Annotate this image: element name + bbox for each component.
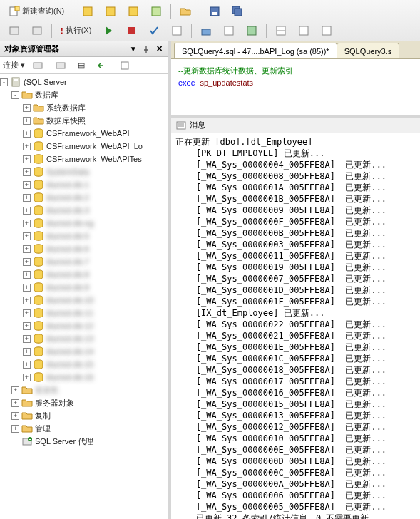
tree-node[interactable]: +CSFramework_WebAPITes — [0, 153, 168, 165]
tree-node[interactable]: +复制 — [0, 409, 168, 422]
tree-node[interactable]: +管理 — [0, 422, 168, 435]
tree-node[interactable]: +blurred-db-9 — [0, 281, 168, 294]
messages-output[interactable]: 正在更新 [dbo].[dt_Employee] [PK_DT_EMPLOYEE… — [171, 133, 420, 519]
tree-node[interactable]: +CSFramework_WebAPI_Lo — [0, 140, 168, 153]
messages-tab[interactable]: 消息 — [171, 118, 420, 133]
tree-node[interactable]: +SystemData — [0, 165, 168, 178]
tree-toggle[interactable]: - — [11, 91, 19, 99]
tree-node[interactable]: +blurred-db-6 — [0, 242, 168, 255]
tree-toggle[interactable]: + — [23, 168, 31, 176]
tree-toggle[interactable]: + — [23, 271, 31, 279]
tree-node[interactable]: +blurred-db-11 — [0, 307, 168, 319]
tree-toggle[interactable]: + — [23, 117, 31, 125]
tree-toggle[interactable]: + — [23, 335, 31, 343]
tb-icon-4[interactable] — [146, 4, 166, 19]
dropdown-icon[interactable]: ▾ — [128, 44, 138, 54]
connect-button[interactable]: 连接 ▾ — [3, 60, 25, 71]
tree-toggle[interactable]: + — [23, 130, 31, 138]
save-all-icon[interactable] — [227, 4, 247, 19]
tree-node[interactable]: +blurred-db-10 — [0, 294, 168, 307]
tb-icon-3[interactable] — [123, 4, 143, 19]
tree-node[interactable]: +blurred-db-12 — [0, 319, 168, 332]
tree-node[interactable]: +blurred-db-ng — [0, 217, 168, 230]
tree-node[interactable]: +blurred-db-8 — [0, 268, 168, 281]
tb2-icon-2[interactable] — [27, 23, 47, 38]
tree-node[interactable]: +blurred-db-13 — [0, 332, 168, 345]
tree-toggle[interactable]: + — [23, 207, 31, 215]
tree-node[interactable]: +数据库快照 — [0, 114, 168, 127]
tree-node[interactable]: +blurred-db-16 — [0, 371, 168, 384]
tree-node[interactable]: SQL Server 代理 — [0, 435, 168, 448]
tree-toggle[interactable]: + — [23, 155, 31, 163]
tb2-icon-10[interactable] — [294, 23, 314, 38]
tree-node[interactable]: - (SQL Server — [0, 76, 168, 88]
tree-node[interactable]: +blurred-db-5 — [0, 230, 168, 242]
tree-toggle[interactable]: + — [23, 104, 31, 112]
tb2-icon-11[interactable] — [317, 23, 337, 38]
tree-toggle[interactable]: + — [11, 399, 19, 407]
tb2-icon-1[interactable] — [4, 23, 24, 38]
object-tree[interactable]: - (SQL Server-数据库+系统数据库+数据库快照+CSFramewor… — [0, 74, 168, 519]
tree-toggle[interactable]: + — [23, 297, 31, 304]
tree-node[interactable]: +blurred-db-7 — [0, 255, 168, 268]
tab-other[interactable]: SQLQuery3.s — [337, 43, 400, 58]
tree-toggle[interactable]: + — [23, 245, 31, 253]
svg-rect-22 — [56, 63, 65, 68]
tree-toggle[interactable]: + — [23, 220, 31, 227]
tb-icon-2[interactable] — [101, 4, 121, 19]
tree-node[interactable]: +blurred-db-1 — [0, 178, 168, 191]
tb2-icon-8[interactable] — [242, 23, 262, 38]
oe-tb-1[interactable] — [28, 58, 48, 73]
tree-toggle[interactable]: + — [11, 412, 19, 420]
tree-label: blurred-db-15 — [46, 360, 93, 369]
tree-toggle[interactable]: + — [23, 143, 31, 150]
tree-node[interactable]: +服务器对象 — [0, 396, 168, 409]
tree-node[interactable]: +系统数据库 — [0, 101, 168, 114]
tree-node[interactable]: +CSFramework_WebAPI — [0, 127, 168, 140]
pin-icon[interactable] — [141, 44, 151, 54]
oe-tb-4[interactable] — [92, 58, 112, 73]
parse-icon[interactable] — [144, 23, 164, 38]
tab-active[interactable]: SQLQuery4.sql - 47....bAPI_Log (sa (85))… — [174, 43, 337, 58]
stop-icon[interactable] — [121, 23, 141, 38]
tb2-icon-5[interactable] — [167, 23, 187, 38]
tab-strip: SQLQuery4.sql - 47....bAPI_Log (sa (85))… — [171, 41, 420, 58]
svg-rect-19 — [299, 26, 308, 35]
tree-toggle[interactable]: + — [11, 425, 19, 433]
execute-button[interactable]: ! 执行(X) — [56, 23, 96, 38]
tb2-icon-9[interactable] — [271, 23, 291, 38]
run-icon[interactable] — [98, 23, 118, 38]
tree-toggle[interactable]: + — [23, 194, 31, 202]
tree-node[interactable]: +blurred-db-3 — [0, 204, 168, 217]
tree-node[interactable]: -数据库 — [0, 88, 168, 101]
code-editor[interactable]: --更新数据库统计数据、更新索引 exec sp_updatestats — [171, 58, 420, 118]
tree-toggle[interactable]: + — [23, 258, 31, 266]
tree-label: blurred-db-1 — [46, 180, 89, 189]
open-icon[interactable] — [175, 4, 195, 19]
tb2-icon-6[interactable] — [196, 23, 216, 38]
tree-node[interactable]: +blurred-db-15 — [0, 358, 168, 371]
tree-toggle[interactable]: + — [23, 284, 31, 292]
tree-toggle[interactable]: + — [23, 374, 31, 381]
tree-node[interactable]: +blurred-db-2 — [0, 191, 168, 204]
tree-toggle[interactable]: + — [11, 386, 19, 394]
tree-toggle[interactable]: - — [0, 78, 8, 86]
tree-node[interactable]: +安全性 — [0, 384, 168, 396]
tree-toggle[interactable] — [11, 438, 19, 446]
tree-toggle[interactable]: + — [23, 322, 31, 330]
save-icon[interactable] — [205, 4, 225, 19]
oe-tb-3[interactable]: ▤ — [73, 58, 89, 72]
tree-toggle[interactable]: + — [23, 348, 31, 356]
oe-tb-2[interactable] — [51, 58, 71, 73]
oe-tb-5[interactable] — [115, 58, 135, 73]
tree-toggle[interactable]: + — [23, 361, 31, 369]
tb2-icon-7[interactable] — [219, 23, 239, 38]
new-query-button[interactable]: 新建查询(N) — [4, 4, 68, 19]
tree-toggle[interactable]: + — [23, 181, 31, 189]
tree-node[interactable]: +blurred-db-14 — [0, 345, 168, 358]
tree-label: blurred-db-ng — [46, 219, 93, 227]
tree-toggle[interactable]: + — [23, 232, 31, 240]
tree-toggle[interactable]: + — [23, 309, 31, 317]
close-icon[interactable]: ✕ — [154, 44, 164, 54]
tb-icon-1[interactable] — [78, 4, 98, 19]
